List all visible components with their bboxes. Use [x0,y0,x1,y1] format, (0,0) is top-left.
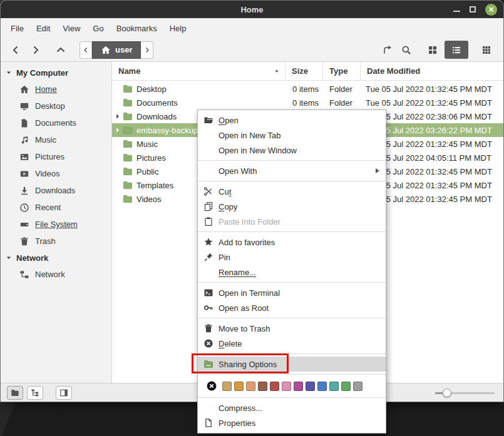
sidebar-item-file-system[interactable]: File System [1,216,111,233]
expander-icon[interactable] [114,126,121,134]
menu-item-properties[interactable]: Properties [198,415,386,430]
sidebar-item-videos[interactable]: Videos [1,165,111,182]
menu-item-open-in-terminal[interactable]: Open in Terminal [198,285,386,300]
menu-item-move-to-trash[interactable]: Move to Trash [198,321,386,336]
sidebar-section-network[interactable]: Network [1,250,111,266]
color-swatch-8[interactable] [317,382,327,391]
menu-item-copy[interactable]: Copy [198,199,386,214]
column-header-name[interactable]: Name [112,62,285,80]
back-button[interactable] [6,41,26,59]
menubar-item-bookmarks[interactable]: Bookmarks [110,21,163,36]
menu-separator [198,160,386,161]
toggle-sidebar-button[interactable] [56,386,72,400]
color-swatch-7[interactable] [306,382,315,391]
file-row-documents[interactable]: Documents0 itemsFolderTue 05 Jul 2022 01… [112,96,503,109]
sort-descending-icon[interactable] [274,68,280,74]
menu-item-open[interactable]: Open [198,113,386,128]
icon-view-button[interactable] [421,41,445,59]
menu-item-rename[interactable]: Rename... [198,265,386,280]
show-treeview-button[interactable] [27,386,43,400]
sidebar-item-recent[interactable]: Recent [1,199,111,216]
menu-separator [198,397,386,398]
sidebar-item-desktop[interactable]: Desktop [1,98,111,114]
menu-item-cut[interactable]: Cut [198,184,386,199]
sidebar-item-label: Videos [35,169,60,178]
compact-view-button[interactable] [475,41,498,59]
circle-x-icon [203,338,213,348]
picture-icon [19,152,29,162]
color-swatch-3[interactable] [258,382,267,391]
color-swatch-10[interactable] [341,382,351,391]
menubar-item-edit[interactable]: Edit [30,21,56,36]
sidebar-item-documents[interactable]: Documents [1,114,111,131]
star-icon [203,237,213,247]
menu-item-label: Open in New Window [219,146,297,155]
menu-item-open-in-new-tab[interactable]: Open in New Tab [198,128,386,143]
menu-item-open-in-new-window[interactable]: Open in New Window [198,143,386,158]
file-row-desktop[interactable]: Desktop0 itemsFolderTue 05 Jul 2022 01:3… [112,82,503,96]
menu-item-delete[interactable]: Delete [198,336,386,351]
sidebar-item-downloads[interactable]: Downloads [1,182,111,199]
color-swatch-4[interactable] [270,382,279,391]
section-label: My Computer [16,68,68,78]
sidebar-item-label: Desktop [35,101,65,111]
menu-item-compress[interactable]: Compress... [198,400,386,415]
titlebar[interactable]: Home × [1,1,503,18]
color-swatch-6[interactable] [294,382,303,391]
breadcrumb-next-button[interactable] [141,41,153,59]
menu-item-pin[interactable]: Pin [198,250,386,265]
breadcrumb-current-button[interactable]: user [92,41,141,59]
color-swatch-0[interactable] [222,382,232,391]
sidebar-item-pictures[interactable]: Pictures [1,148,111,165]
menu-item-label: Sharing Options [219,360,277,369]
location-entry-button[interactable] [378,41,397,59]
menubar-item-file[interactable]: File [4,21,30,36]
folder-icon [123,180,133,190]
column-header-type[interactable]: Type [323,62,361,80]
color-swatch-11[interactable] [353,382,363,391]
paste-icon [203,216,213,226]
menu-item-paste-into-folder[interactable]: Paste Into Folder [198,214,386,229]
menu-item-label: Open as Root [219,303,269,313]
document-icon [19,118,29,128]
column-header-size[interactable]: Size [285,62,323,80]
column-header-date-modified[interactable]: Date Modified [361,62,503,80]
folder-icon [123,153,133,163]
menubar-item-view[interactable]: View [56,21,86,36]
menu-item-add-to-favorites[interactable]: Add to favorites [198,235,386,250]
close-button[interactable]: × [485,4,497,16]
up-button[interactable] [51,41,71,59]
sidebar-item-home[interactable]: Home [1,81,111,98]
zoom-slider[interactable] [435,387,495,399]
up-icon [56,45,66,55]
search-button[interactable] [397,41,416,59]
column-label-type: Type [329,66,347,76]
sidebar-section-my-computer[interactable]: My Computer [1,64,111,81]
circle-x-icon[interactable] [206,380,217,392]
folder-color-row [198,377,386,395]
menu-separator [198,231,386,232]
menu-separator [198,374,386,375]
breadcrumb-prev-button[interactable] [80,41,92,59]
slider-handle[interactable] [443,388,451,397]
maximize-button[interactable] [470,6,476,13]
menubar-item-help[interactable]: Help [163,21,193,36]
color-swatch-1[interactable] [234,382,244,391]
sidebar-item-music[interactable]: Music [1,131,111,148]
forward-button[interactable] [26,41,46,59]
properties-icon [203,418,213,428]
color-swatch-5[interactable] [282,382,291,391]
menu-item-open-with[interactable]: Open With [198,163,386,178]
color-swatch-2[interactable] [246,382,255,391]
menubar-item-go[interactable]: Go [86,21,110,36]
expander-icon[interactable] [114,113,121,120]
menu-item-open-as-root[interactable]: Open as Root [198,300,386,315]
menu-separator [198,318,386,318]
sidebar-item-network[interactable]: Network [1,266,111,283]
list-view-button[interactable] [445,41,468,59]
color-swatch-9[interactable] [329,382,339,391]
minimize-button[interactable] [453,7,460,12]
sidebar-item-trash[interactable]: Trash [1,233,111,250]
show-places-button[interactable] [7,386,23,400]
menu-item-sharing-options[interactable]: Sharing Options [198,357,386,372]
